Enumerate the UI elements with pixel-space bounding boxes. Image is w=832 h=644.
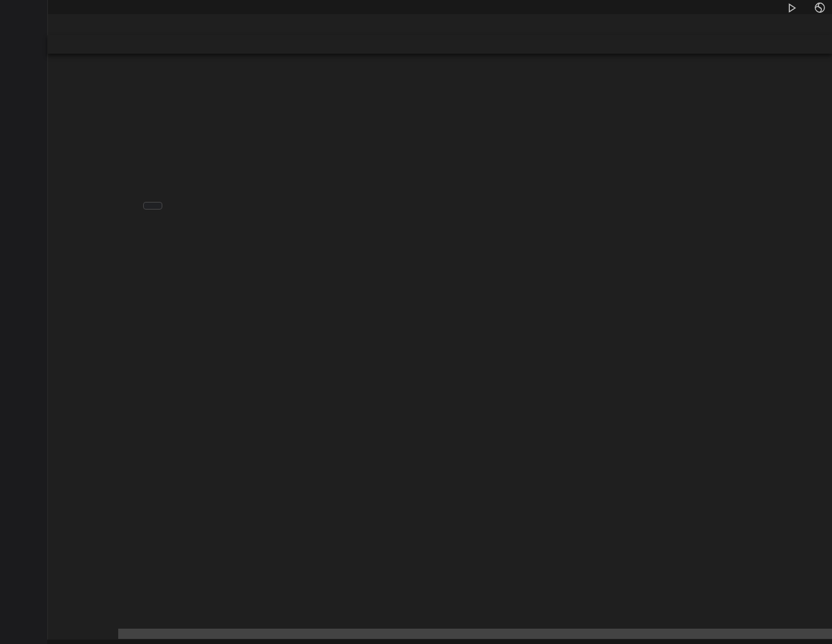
editor-actions: [787, 0, 832, 14]
explorer-strip: [0, 0, 48, 644]
breadcrumb: [48, 14, 832, 35]
hover-tooltip: [143, 202, 162, 210]
vscode-window: [0, 0, 832, 644]
sticky-scroll-line[interactable]: [47, 35, 832, 54]
bottom-edge: [47, 640, 832, 644]
horizontal-scrollbar[interactable]: [118, 629, 832, 639]
tab-bar: [48, 0, 832, 14]
run-python-file-icon[interactable]: [787, 3, 797, 15]
copilot-icon[interactable]: [814, 2, 826, 14]
editor[interactable]: [47, 0, 832, 644]
